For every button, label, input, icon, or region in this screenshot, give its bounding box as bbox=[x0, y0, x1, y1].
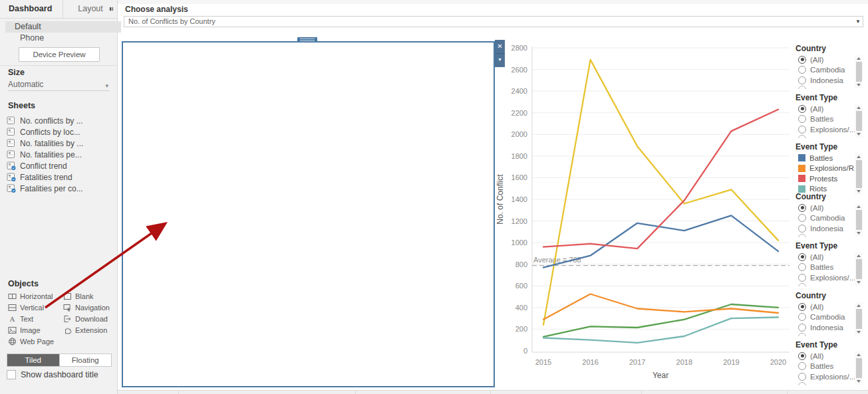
tableau-dashboard-editor: Dashboard Layout Default Phone Device Pr… bbox=[0, 0, 868, 394]
radio-button[interactable] bbox=[798, 225, 806, 233]
scrollbar[interactable] bbox=[855, 351, 863, 385]
radio-button[interactable] bbox=[798, 204, 806, 212]
scroll-up-icon[interactable] bbox=[857, 254, 861, 257]
object-item-text[interactable]: AText bbox=[8, 313, 54, 324]
scroll-up-icon[interactable] bbox=[857, 353, 861, 356]
scroll-up-icon[interactable] bbox=[857, 304, 861, 307]
radio-button[interactable] bbox=[798, 115, 806, 123]
sheet-item[interactable]: No. fatalities by ... bbox=[7, 138, 113, 149]
extension-icon bbox=[63, 326, 72, 334]
object-item-navigation[interactable]: Navigation bbox=[63, 302, 110, 313]
device-preview-button[interactable]: Device Preview bbox=[19, 47, 100, 62]
svg-text:200: 200 bbox=[515, 325, 527, 333]
radio-button[interactable] bbox=[798, 56, 806, 64]
filter-panel-country: Country(All)CambodiaIndonesia bbox=[793, 290, 868, 336]
scrollbar[interactable] bbox=[855, 203, 863, 237]
tab-dashboard[interactable]: Dashboard bbox=[0, 0, 63, 18]
legend-swatch bbox=[798, 165, 805, 172]
conflict-trend-chart[interactable]: 0200400600800100012001400160018002000220… bbox=[496, 40, 795, 394]
scrollbar[interactable] bbox=[855, 153, 863, 195]
object-item-web-page[interactable]: Web Page bbox=[8, 336, 54, 347]
scroll-thumb[interactable] bbox=[856, 160, 862, 188]
device-item-phone[interactable]: Phone bbox=[5, 33, 126, 44]
radio-button[interactable] bbox=[798, 362, 806, 370]
radio-button[interactable] bbox=[798, 274, 806, 282]
analysis-dropdown[interactable]: No. of Conflicts by Country ▼ bbox=[124, 16, 863, 27]
radio-button[interactable] bbox=[798, 263, 806, 271]
scroll-thumb[interactable] bbox=[856, 210, 862, 230]
scroll-thumb[interactable] bbox=[856, 309, 862, 329]
show-dashboard-title-row: Show dashboard title bbox=[7, 370, 98, 379]
scroll-down-icon[interactable] bbox=[857, 232, 861, 235]
sheet-item[interactable]: No. conflicts by ... bbox=[7, 115, 113, 126]
option-label: Indonesia bbox=[810, 324, 843, 332]
zone-drag-handle[interactable] bbox=[297, 37, 317, 43]
sheet-item-label: No. fatalities pe... bbox=[20, 150, 82, 159]
device-item-default[interactable]: Default bbox=[5, 21, 121, 33]
scroll-up-icon[interactable] bbox=[857, 205, 861, 208]
zone-menu-caret-button[interactable]: ▾ bbox=[495, 54, 505, 66]
size-dropdown[interactable]: Automatic ▾ bbox=[8, 79, 110, 91]
svg-text:1600: 1600 bbox=[511, 173, 527, 181]
object-item-vertical[interactable]: Vertical bbox=[8, 302, 54, 313]
svg-text:2800: 2800 bbox=[511, 44, 527, 52]
radio-button bbox=[798, 86, 806, 89]
radio-button[interactable] bbox=[798, 105, 806, 113]
radio-button[interactable] bbox=[798, 76, 806, 84]
object-item-image[interactable]: Image bbox=[8, 324, 54, 336]
scroll-down-icon[interactable] bbox=[857, 380, 861, 383]
object-item-download[interactable]: Download bbox=[63, 313, 110, 324]
scroll-thumb[interactable] bbox=[856, 62, 862, 82]
radio-button[interactable] bbox=[798, 313, 806, 321]
scroll-down-icon[interactable] bbox=[857, 133, 861, 136]
option-label: Explosions/... bbox=[810, 373, 855, 381]
scrollbar[interactable] bbox=[855, 104, 863, 138]
sheet-item-label: No. conflicts by ... bbox=[20, 116, 83, 126]
sheet-item[interactable]: Conflicts by loc... bbox=[7, 126, 113, 138]
radio-button[interactable] bbox=[798, 324, 806, 332]
scroll-thumb[interactable] bbox=[856, 111, 862, 131]
scrollbar[interactable] bbox=[855, 55, 863, 88]
chevron-down-icon: ▼ bbox=[855, 19, 861, 25]
option-label: Indonesia bbox=[810, 76, 843, 84]
show-dashboard-title-checkbox[interactable] bbox=[7, 370, 16, 379]
radio-button[interactable] bbox=[798, 126, 806, 134]
scroll-thumb[interactable] bbox=[856, 259, 862, 279]
scroll-up-icon[interactable] bbox=[857, 106, 861, 109]
collapse-pane-icon[interactable] bbox=[109, 7, 114, 11]
radio-button[interactable] bbox=[798, 253, 806, 261]
sheet-item[interactable]: Fatalities trend bbox=[7, 171, 113, 183]
scroll-up-icon[interactable] bbox=[857, 57, 861, 60]
scrollbar[interactable] bbox=[855, 302, 863, 336]
scroll-up-icon[interactable] bbox=[857, 155, 861, 158]
object-item-horizontal[interactable]: Horizontal bbox=[8, 290, 54, 302]
radio-button[interactable] bbox=[798, 303, 806, 311]
radio-button[interactable] bbox=[798, 214, 806, 222]
radio-button[interactable] bbox=[798, 66, 806, 74]
sheets-header: Sheets bbox=[8, 101, 35, 110]
sheet-item[interactable]: No. fatalities pe... bbox=[7, 149, 113, 160]
tiled-button[interactable]: Tiled bbox=[7, 354, 59, 366]
worksheet-icon bbox=[7, 139, 16, 148]
floating-button[interactable]: Floating bbox=[59, 354, 112, 366]
worksheet-icon bbox=[7, 150, 16, 159]
option-label: Protests bbox=[809, 175, 837, 183]
object-item-blank[interactable]: Blank bbox=[63, 290, 110, 302]
sheets-list: No. conflicts by ... Conflicts by loc...… bbox=[7, 115, 113, 194]
analysis-dropdown-value: No. of Conflicts by Country bbox=[128, 17, 216, 27]
sheet-item[interactable]: Fatalities per co... bbox=[7, 183, 113, 194]
sheet-item[interactable]: Conflict trend bbox=[7, 160, 113, 171]
scroll-down-icon[interactable] bbox=[857, 331, 861, 334]
radio-button[interactable] bbox=[798, 352, 806, 360]
scroll-thumb[interactable] bbox=[856, 358, 862, 378]
scroll-down-icon[interactable] bbox=[857, 281, 861, 284]
option-label: (All) bbox=[810, 253, 823, 261]
zone-close-button[interactable]: ✕ bbox=[495, 40, 505, 54]
scrollbar[interactable] bbox=[855, 252, 863, 286]
selected-dashboard-zone[interactable] bbox=[122, 41, 495, 387]
sheet-item-label: Conflict trend bbox=[20, 161, 67, 171]
show-dashboard-title-label: Show dashboard title bbox=[21, 370, 98, 379]
scroll-down-icon[interactable] bbox=[857, 84, 861, 86]
object-item-extension[interactable]: Extension bbox=[63, 324, 110, 336]
radio-button[interactable] bbox=[798, 373, 806, 381]
